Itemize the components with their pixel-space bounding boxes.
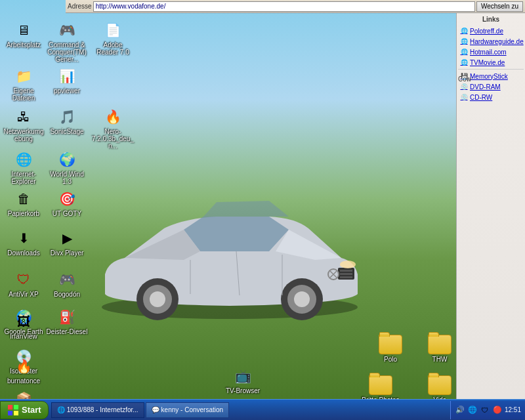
vids-folder-icon [428, 375, 452, 395]
taskbar-buttons: 🌐 1093/888 - Internetzfor... 💬 kenny - C… [51, 402, 450, 418]
svg-rect-14 [14, 405, 18, 410]
papierkorb-icon[interactable]: 🗑 Papierkorb [1, 187, 46, 219]
taskbar-btn-1093-icon: 🌐 [57, 406, 65, 413]
svg-rect-15 [8, 411, 12, 415]
tv-browser-icon[interactable]: 📺 TV-Browser [220, 364, 266, 396]
tray-icon-network[interactable]: 🌐 [467, 405, 478, 415]
link-polotreff[interactable]: 🌐 Polotreff.de [458, 26, 524, 36]
links-title: Links [458, 16, 524, 23]
eigene-dateien-icon[interactable]: 📁 Eigene Dateien [1, 64, 46, 103]
polo-folder[interactable]: Polo [368, 335, 413, 363]
link-cdrw[interactable]: 💿 CD-RW [458, 92, 524, 102]
internet-explorer-icon[interactable]: 🌐 Internet-Explorer [1, 148, 46, 186]
svg-rect-8 [340, 270, 352, 272]
link-icon-hardwareguide: 🌐 [459, 37, 469, 46]
svg-point-6 [294, 291, 310, 307]
antivir-icon[interactable]: 🛡 AntiVir XP [1, 268, 46, 299]
windows-logo-icon [7, 404, 19, 416]
taskbar-btn-kenny-icon: 💬 [152, 406, 159, 413]
taskbar: Start 🌐 1093/888 - Internetzfor... 💬 ken… [0, 399, 525, 420]
britta-photos-folder-icon [369, 375, 392, 395]
adobe-reader-icon[interactable]: 📄 Adobe Reader 7.0 [91, 18, 135, 57]
world-wind-icon[interactable]: 🌍 World Wind 1.3 [45, 148, 89, 186]
svg-rect-9 [340, 273, 352, 275]
link-icon-tvmovie: 🌐 [459, 58, 469, 67]
links-divider [458, 69, 524, 70]
go-button[interactable]: Wechseln zu [476, 1, 523, 12]
divx-player-icon[interactable]: ▶ Divx Player [45, 226, 89, 258]
links-sidebar: Links 🌐 Polotreff.de 🌐 Hardwareguide.de … [456, 13, 525, 399]
wallpaper: 🖥 Arbeitsplatz 🎮 Command & Conquer(TM) G… [0, 0, 525, 399]
tray-icon-antivir[interactable]: 🔴 [492, 405, 503, 415]
svg-rect-10 [340, 276, 352, 278]
bogodon-icon[interactable]: 🎮 Bogodón [45, 268, 89, 299]
link-icon-dvdram: 💿 [459, 82, 469, 91]
cow-label: Cow [458, 75, 525, 83]
browser-toolbar: Adresse Wechseln zu [66, 0, 525, 13]
nero-icon[interactable]: 🔥 Nero-7.2.0.3b_deu_n... [91, 105, 135, 151]
taskbar-btn-1093[interactable]: 🌐 1093/888 - Internetzfor... [51, 402, 144, 418]
svg-rect-16 [14, 411, 18, 415]
polo-folder-icon [379, 335, 402, 354]
arbeitsplatz-icon[interactable]: 🖥 Arbeitsplatz [1, 18, 46, 50]
command-conquer-icon[interactable]: 🎮 Command & Conquer(TM) Gener... [45, 18, 89, 64]
burnatonce-icon[interactable]: 🔥 burnatonce [1, 354, 46, 386]
downloads-icon[interactable]: ⬇ Downloads [1, 226, 46, 258]
polo-folder-label: Polo [384, 356, 397, 363]
link-icon-hotmail: 🌐 [459, 47, 469, 56]
car-image [85, 189, 374, 333]
taskbar-btn-kenny[interactable]: 💬 kenny - Conversation [146, 402, 230, 418]
link-hardwareguide[interactable]: 🌐 Hardwareguide.de [458, 36, 524, 47]
link-hotmail[interactable]: 🌐 Hotmail.com [458, 47, 524, 57]
link-dvdram[interactable]: 💿 DVD-RAM [458, 81, 524, 92]
tray-icon-security[interactable]: 🛡 [480, 405, 490, 415]
ppviewer-icon[interactable]: 📊 ppviewer [45, 64, 89, 96]
svg-point-12 [340, 261, 356, 268]
desktop: 🖥 Arbeitsplatz 🎮 Command & Conquer(TM) G… [0, 0, 525, 399]
sonicstage-icon[interactable]: 🎵 SonicStage [45, 105, 89, 136]
thw-folder-label: THW [432, 356, 448, 363]
address-label: Adresse [68, 3, 92, 10]
link-icon-polotreff: 🌐 [459, 26, 469, 35]
svg-rect-13 [8, 405, 12, 410]
tray-icon-sound[interactable]: 🔊 [455, 405, 465, 415]
link-tvmovie[interactable]: 🌐 TVMovie.de [458, 57, 524, 68]
address-input[interactable] [93, 1, 475, 12]
britta-photos-folder[interactable]: Britta Photos [358, 375, 404, 399]
irfanview-icon[interactable]: 🖼 IrfanView [1, 310, 46, 341]
start-label: Start [22, 405, 41, 415]
link-icon-cdrw: 💿 [459, 93, 469, 102]
start-button[interactable]: Start [0, 401, 49, 419]
svg-point-3 [150, 291, 165, 307]
thw-folder-icon [428, 335, 452, 354]
system-tray: 🔊 🌐 🛡 🔴 12:51 [450, 401, 525, 419]
netzwerkumgebung-icon[interactable]: 🖧 Netzwerkumgebung [1, 105, 46, 144]
system-clock[interactable]: 12:51 [505, 406, 521, 414]
desktop-icons-area: 🖥 Arbeitsplatz 🎮 Command & Conquer(TM) G… [0, 13, 66, 399]
address-bar-area: Adresse Wechseln zu [66, 0, 525, 12]
winrar-icon[interactable]: 📦 WinRAR [1, 387, 46, 399]
ut-goty-icon[interactable]: 🎯 UT GOTY [45, 187, 89, 219]
deister-diesel-icon[interactable]: ⛽ Deister-Diesel [45, 305, 89, 337]
